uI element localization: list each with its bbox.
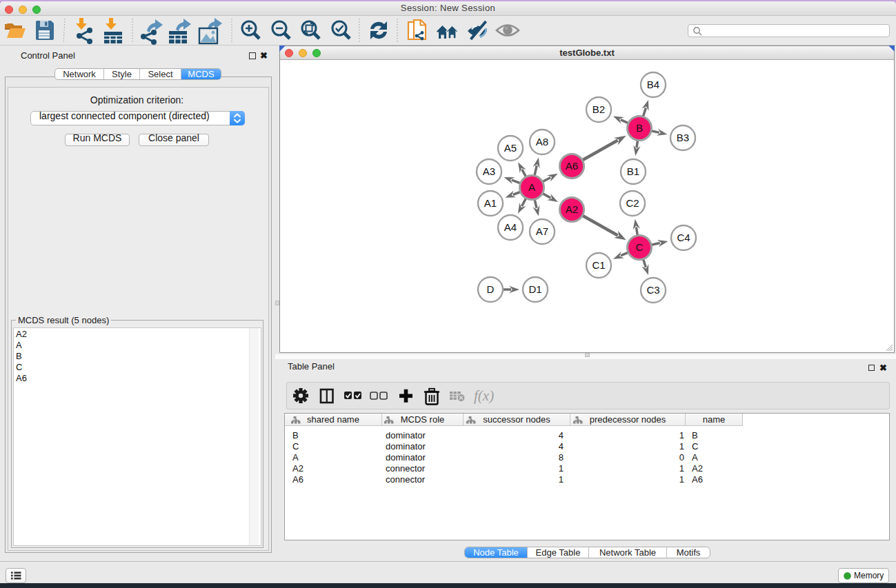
svg-text:A2: A2 [566,203,578,215]
svg-text:C3: C3 [646,284,659,296]
svg-text:D: D [487,283,495,295]
svg-text:C: C [636,241,644,253]
svg-text:A1: A1 [484,197,497,209]
svg-text:f(x): f(x) [474,387,494,404]
svg-text:D1: D1 [528,283,541,295]
svg-text:B4: B4 [647,79,659,90]
svg-text:A3: A3 [483,165,495,177]
svg-text:A6: A6 [566,160,578,172]
svg-text:A4: A4 [504,221,517,233]
svg-text:C2: C2 [626,197,639,209]
svg-text:B2: B2 [593,103,605,115]
svg-text:C1: C1 [592,259,605,271]
svg-text:A5: A5 [504,142,517,154]
svg-text:A8: A8 [536,136,548,148]
svg-text:B3: B3 [677,132,689,143]
svg-text:A: A [528,181,535,193]
svg-text:B: B [636,122,643,134]
svg-text:A7: A7 [536,225,548,237]
svg-text:C4: C4 [677,232,690,243]
svg-text:B1: B1 [627,165,639,177]
